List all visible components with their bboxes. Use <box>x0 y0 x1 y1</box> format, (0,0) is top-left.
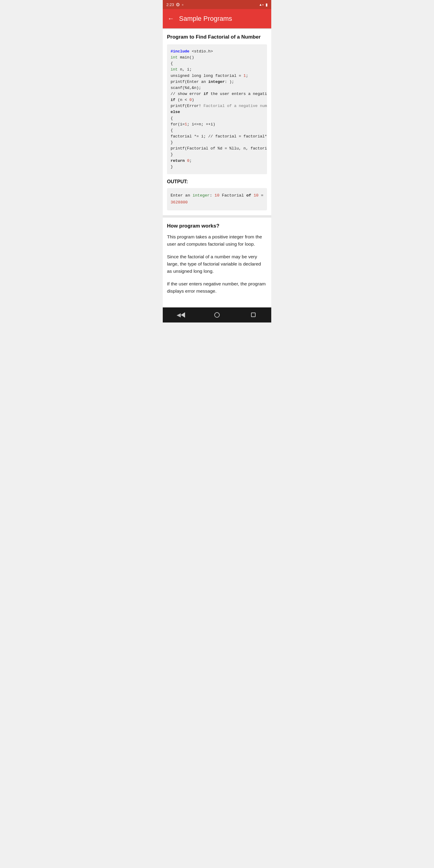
nav-home-button[interactable] <box>208 309 226 321</box>
output-label: OUTPUT: <box>167 179 267 184</box>
explanation-para-2: Since the factorial of a number may be v… <box>167 253 267 275</box>
back-button[interactable]: ← <box>167 16 174 22</box>
explanation-title: How program works? <box>167 223 267 229</box>
status-time: 2:23 <box>166 2 174 7</box>
gear-icon: ⚙ <box>176 2 180 7</box>
status-bar: 2:23 ⚙ ▫ ▲✕ ▮ <box>163 0 271 9</box>
nav-back-icon: ◀ <box>177 312 181 318</box>
section-explanation: How program works? This program takes a … <box>163 218 271 307</box>
battery-icon: ▮ <box>266 2 268 7</box>
explanation-para-3: If the user enters negative number, the … <box>167 280 267 295</box>
app-bar: ← Sample Programs <box>163 9 271 28</box>
nav-back-button[interactable]: ◀ <box>172 309 190 321</box>
signal-icon: ▲✕ <box>259 3 264 6</box>
program-section-title: Program to Find Factorial of a Number <box>167 34 267 40</box>
status-bar-right: ▲✕ ▮ <box>259 2 268 7</box>
explanation-para-1: This program takes a positive integer fr… <box>167 233 267 248</box>
nav-home-icon <box>214 312 220 318</box>
app-bar-title: Sample Programs <box>179 15 232 23</box>
main-content: Program to Find Factorial of a Number #i… <box>163 29 271 307</box>
nav-bar: ◀ <box>163 307 271 322</box>
nav-recent-button[interactable] <box>244 309 262 321</box>
nav-recent-icon <box>251 313 255 317</box>
status-bar-left: 2:23 ⚙ ▫ <box>166 2 184 7</box>
code-block[interactable]: #include <stdio.h> int main() { int n, i… <box>167 44 267 174</box>
output-block: Enter an integer: 10 Factorial of 10 = 3… <box>167 188 267 210</box>
nav-back-icon-shape <box>181 312 185 318</box>
sd-icon: ▫ <box>182 2 183 7</box>
section-program: Program to Find Factorial of a Number #i… <box>163 29 271 218</box>
